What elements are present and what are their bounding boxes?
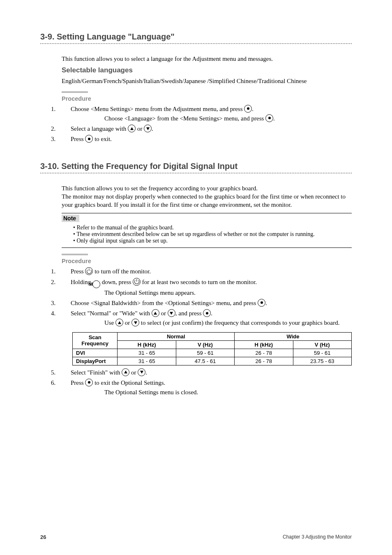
step3-a: Press	[71, 136, 85, 142]
s2d: The Optional Settings menu appears.	[104, 288, 352, 298]
row-dvi-label: DVI	[73, 349, 118, 357]
cell: 26 - 78	[235, 349, 293, 357]
cell: 59 - 61	[176, 349, 234, 357]
mode-icon: M	[92, 280, 100, 288]
frequency-table: Scan Frequency Normal Wide H (kHz) V (Hz…	[72, 332, 352, 365]
th-vhz-w: V (Hz)	[293, 340, 351, 349]
enter-icon	[85, 379, 93, 386]
selectable-languages-heading: Selectable languages	[62, 66, 352, 74]
procedure-heading-2: Procedure	[62, 258, 352, 264]
s4e: to select (or just confirm) the frequenc…	[139, 319, 339, 326]
power-icon	[133, 278, 141, 286]
s6b: to exit the Optional Settings.	[93, 379, 165, 386]
s1b: to turn off the monitor.	[93, 268, 151, 275]
freq-intro2: The monitor may not display properly whe…	[62, 192, 349, 209]
s5a: Select "Finish" with	[71, 369, 122, 376]
note-item-1: • Refer to the manual of the graphics bo…	[73, 224, 352, 231]
s5or: or	[129, 369, 138, 376]
or-text: or	[136, 125, 144, 132]
note-heading: Note	[62, 215, 79, 222]
s3a: Choose <Signal Baldwidth> from the <Opti…	[71, 300, 258, 306]
proc-step-2: 2.Select a language with or .	[62, 124, 352, 134]
selectable-languages-list: English/German/French/Spanish/Italian/Sw…	[62, 77, 349, 85]
down-icon	[144, 125, 152, 132]
step2-text: Select a language with	[71, 125, 128, 132]
page-footer: 26 Chapter 3 Adjusting the Monitor	[40, 534, 352, 540]
chapter-label: Chapter 3 Adjusting the Monitor	[283, 534, 352, 540]
fproc-step-5: 5.Select "Finish" with or .	[62, 368, 352, 377]
procedure-rule	[62, 254, 88, 255]
note-item-3: • Only digital input signals can be set …	[73, 238, 352, 244]
section-heading-language: 3-9. Setting Language "Language"	[40, 32, 352, 42]
s1a: Press	[71, 268, 85, 275]
enter-icon	[258, 299, 265, 307]
table-row: DisplayPort 31 - 65 47.5 - 61 26 - 78 23…	[73, 357, 352, 365]
procedure-list-frequency-cont: 5.Select "Finish" with or . 6.Press to e…	[62, 368, 352, 398]
down-icon	[131, 319, 139, 326]
up-icon	[122, 368, 129, 376]
th-vhz-n: V (Hz)	[176, 340, 234, 349]
th-normal: Normal	[118, 332, 235, 340]
enter-icon	[265, 114, 273, 122]
step1-line1: Choose <Menu Settings> menu from the Adj…	[71, 106, 244, 112]
fproc-step-4: 4.Select "Normal" or "Wide" with or , an…	[62, 309, 352, 328]
cell: 26 - 78	[235, 357, 293, 365]
intro-text: This function allows you to select a lan…	[62, 55, 349, 63]
section-heading-frequency: 3-10. Setting the Frequency for Digital …	[40, 162, 352, 171]
procedure-list-frequency: 1.Press to turn off the monitor. 2.Holdi…	[62, 267, 352, 328]
down-icon	[138, 368, 145, 376]
proc-step-3: 3.Press to exit.	[62, 134, 352, 144]
procedure-rule	[62, 91, 88, 93]
s4a: Select "Normal" or "Wide" with	[71, 310, 152, 317]
s4or: or	[159, 310, 168, 317]
s2b: down, press	[100, 279, 133, 285]
row-dp-label: DisplayPort	[73, 357, 118, 365]
page-number: 26	[40, 534, 46, 540]
freq-intro1: This function allows you to set the freq…	[62, 184, 349, 192]
th-hkhz-n: H (kHz)	[118, 340, 176, 349]
fproc-step-3: 3.Choose <Signal Baldwidth> from the <Op…	[62, 298, 352, 308]
s4c: Use	[104, 319, 115, 326]
step3-b: to exit.	[93, 136, 111, 142]
s6a: Press	[71, 379, 85, 386]
fproc-step-1: 1.Press to turn off the monitor.	[62, 267, 352, 276]
table-row: DVI 31 - 65 59 - 61 26 - 78 59 - 61	[73, 349, 352, 357]
s4d: or	[123, 319, 131, 326]
enter-icon	[85, 135, 93, 143]
divider	[40, 173, 352, 173]
s4b: , and press	[175, 310, 203, 317]
step1-line2: Choose <Language> from the <Menu Setting…	[104, 115, 265, 122]
down-icon	[168, 309, 175, 317]
up-icon	[128, 125, 136, 132]
fproc-step-2: 2.Holding M down, press for at least two…	[62, 278, 352, 298]
note-item-2: • These environment described below can …	[73, 231, 352, 238]
procedure-list-language: 1.Choose <Menu Settings> menu from the A…	[62, 104, 352, 144]
note-box: Note • Refer to the manual of the graphi…	[62, 213, 352, 248]
fproc-step-6: 6.Press to exit the Optional Settings. T…	[62, 378, 352, 398]
power-icon	[85, 267, 93, 275]
enter-icon	[244, 105, 252, 113]
s6c: The Optional Settings menu is closed.	[104, 388, 352, 397]
cell: 47.5 - 61	[176, 357, 234, 365]
procedure-heading: Procedure	[62, 95, 352, 102]
divider	[40, 43, 352, 44]
cell: 23.75 - 63	[293, 357, 351, 365]
cell: 59 - 61	[293, 349, 351, 357]
cell: 31 - 65	[118, 357, 176, 365]
proc-step-1: 1.Choose <Menu Settings> menu from the A…	[62, 104, 352, 124]
th-hkhz-w: H (kHz)	[235, 340, 293, 349]
th-scan-freq: Scan Frequency	[73, 332, 118, 349]
up-icon	[152, 309, 159, 317]
cell: 31 - 65	[118, 349, 176, 357]
enter-icon	[203, 309, 211, 317]
up-icon	[115, 319, 123, 326]
s2c: for at least two seconds to turn on the …	[141, 279, 257, 285]
th-wide: Wide	[235, 332, 352, 340]
